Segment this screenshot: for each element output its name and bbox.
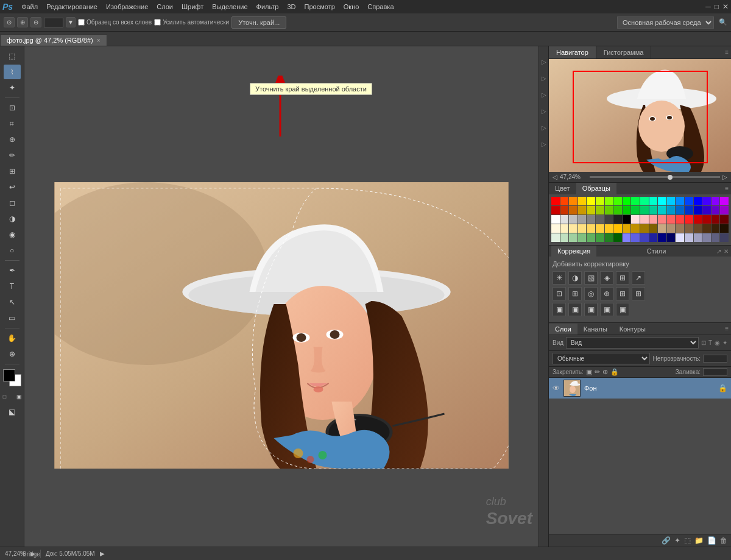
swatch[interactable] xyxy=(569,215,577,224)
blend-mode-select[interactable]: Обычные xyxy=(553,353,650,364)
swatch[interactable] xyxy=(578,206,587,214)
shape-tool-btn[interactable]: ▭ xyxy=(4,311,21,325)
swatch[interactable] xyxy=(702,224,711,233)
swatch[interactable] xyxy=(649,215,658,224)
corr-btn-hue[interactable]: ⊡ xyxy=(553,287,566,300)
corr-btn-curves[interactable]: ◈ xyxy=(600,271,613,285)
swatch[interactable] xyxy=(613,197,622,205)
lock-position-icon[interactable]: ✏ xyxy=(595,368,600,376)
swatch[interactable] xyxy=(658,224,666,233)
swatch[interactable] xyxy=(551,224,560,233)
layers-icon-1[interactable]: ⊡ xyxy=(701,339,706,346)
swatch[interactable] xyxy=(640,197,649,205)
opacity-input[interactable]: 100% xyxy=(703,355,727,363)
swatch[interactable] xyxy=(569,197,577,205)
corr-icon-2[interactable]: ✕ xyxy=(724,248,729,255)
swatch[interactable] xyxy=(605,206,613,214)
foreground-color-box[interactable] xyxy=(3,369,15,381)
swatch[interactable] xyxy=(596,197,604,205)
corr-btn-colorbal[interactable]: ⊞ xyxy=(568,287,582,300)
menu-help[interactable]: Справка xyxy=(364,2,397,12)
menu-edit[interactable]: Редактирование xyxy=(43,2,101,12)
swatch[interactable] xyxy=(712,215,720,224)
size-adjust-btn[interactable]: ▼ xyxy=(66,17,76,27)
tab-color[interactable]: Цвет xyxy=(549,183,576,194)
add-style-btn[interactable]: ✦ xyxy=(674,536,680,545)
swatch[interactable] xyxy=(712,233,720,242)
layers-icon-4[interactable]: ✦ xyxy=(722,339,727,346)
swatch[interactable] xyxy=(640,215,649,224)
swatch[interactable] xyxy=(578,224,587,233)
heal-tool-btn[interactable]: ⊕ xyxy=(4,132,21,147)
lock-pixels-icon[interactable]: ▣ xyxy=(586,368,592,376)
swatch[interactable] xyxy=(667,197,676,205)
crop-tool-btn[interactable]: ⊡ xyxy=(4,101,21,115)
refine-edge-button[interactable]: Уточн. край... xyxy=(231,16,286,29)
swatch[interactable] xyxy=(560,197,569,205)
lock-icon[interactable]: 🔒 xyxy=(610,368,619,376)
eraser-btn[interactable]: ◻ xyxy=(4,196,21,210)
swatch[interactable] xyxy=(658,206,666,214)
selection-tool-btn[interactable]: ⬚ xyxy=(4,49,21,63)
swatch[interactable] xyxy=(685,215,693,224)
corr-btn-channel-mix[interactable]: ⊞ xyxy=(616,287,629,300)
clone-tool-btn[interactable]: ⊞ xyxy=(4,164,21,179)
swatch[interactable] xyxy=(578,197,587,205)
swatch[interactable] xyxy=(596,224,604,233)
collapse-arrow-3[interactable]: ▷ xyxy=(542,91,546,98)
swatch[interactable] xyxy=(640,206,649,214)
swatch[interactable] xyxy=(658,197,666,205)
swatch[interactable] xyxy=(631,233,640,242)
swatch[interactable] xyxy=(658,233,666,242)
swatch[interactable] xyxy=(702,197,711,205)
corr-btn-exposure[interactable]: ⊞ xyxy=(616,271,629,285)
corr-btn-invert[interactable]: ▣ xyxy=(553,303,566,316)
swatch[interactable] xyxy=(587,224,595,233)
document-tab[interactable]: фото.jpg @ 47,2% (RGB/8#) × xyxy=(0,34,107,46)
delete-layer-btn[interactable]: 🗑 xyxy=(720,536,727,545)
swatch[interactable] xyxy=(623,224,631,233)
menu-layers[interactable]: Слои xyxy=(153,2,177,12)
swatch[interactable] xyxy=(685,197,693,205)
close-btn[interactable]: ✕ xyxy=(722,2,729,11)
swatch[interactable] xyxy=(676,215,684,224)
swatch[interactable] xyxy=(694,224,702,233)
corr-btn-bw[interactable]: ◎ xyxy=(584,287,598,300)
corr-btn-contrast[interactable]: ◑ xyxy=(568,271,582,285)
swatch[interactable] xyxy=(702,233,711,242)
corr-btn-levels[interactable]: ▧ xyxy=(584,271,598,285)
dodge-btn[interactable]: ○ xyxy=(4,243,21,258)
swatch[interactable] xyxy=(712,197,720,205)
swatch[interactable] xyxy=(720,197,729,205)
swatch[interactable] xyxy=(694,197,702,205)
eyedropper-btn[interactable]: ⌗ xyxy=(4,116,21,131)
text-tool-btn[interactable]: T xyxy=(4,279,21,294)
tab-correction[interactable]: Коррекция xyxy=(551,246,596,257)
menu-file[interactable]: Файл xyxy=(18,2,41,12)
swatch[interactable] xyxy=(560,233,569,242)
tool-mode-btn2[interactable]: ⊕ xyxy=(17,17,28,27)
collapse-arrow-5[interactable]: ▷ xyxy=(542,124,546,131)
swatch[interactable] xyxy=(613,215,622,224)
swatch[interactable] xyxy=(551,215,560,224)
swatch[interactable] xyxy=(720,224,729,233)
swatch[interactable] xyxy=(694,233,702,242)
swatch[interactable] xyxy=(596,233,604,242)
swatch[interactable] xyxy=(712,224,720,233)
swatch[interactable] xyxy=(605,224,613,233)
menu-3d[interactable]: 3D xyxy=(283,2,299,12)
enhance-auto-checkbox[interactable] xyxy=(154,19,161,26)
swatch[interactable] xyxy=(560,224,569,233)
swatch[interactable] xyxy=(658,215,666,224)
zoom-in-icon[interactable]: ▷ xyxy=(722,174,727,180)
add-mask-btn[interactable]: ⬚ xyxy=(684,536,691,545)
history-btn[interactable]: ↩ xyxy=(4,180,21,194)
minimize-btn[interactable]: ─ xyxy=(705,2,711,11)
corr-btn-vibrance[interactable]: ↗ xyxy=(632,271,645,285)
tab-histogram[interactable]: Гистограмма xyxy=(596,46,652,58)
swatch[interactable] xyxy=(685,233,693,242)
swatch[interactable] xyxy=(676,233,684,242)
corr-btn-posterize[interactable]: ▣ xyxy=(568,303,582,316)
color-panel-options[interactable]: ≡ xyxy=(722,183,731,194)
zoom-tool-btn[interactable]: ⊕ xyxy=(4,347,21,361)
